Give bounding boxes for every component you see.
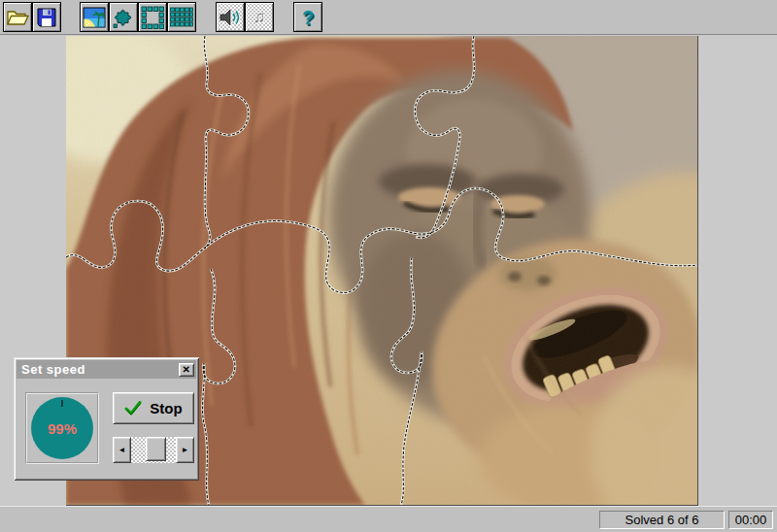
scrollbar-track[interactable]	[131, 437, 176, 463]
hollow-grid-icon	[141, 6, 164, 29]
speed-scrollbar: ◄ ►	[113, 437, 194, 463]
gauge-tick	[61, 400, 63, 407]
close-icon: ✕	[183, 360, 191, 379]
scroll-right-button[interactable]: ►	[176, 437, 194, 463]
music-note-icon: ♫	[253, 9, 266, 25]
toolbar: ♫ ?	[0, 0, 777, 35]
puzzle-piece-icon	[112, 6, 135, 29]
music-toggle-button[interactable]: ♫	[245, 2, 274, 32]
speed-gauge-panel: 99%	[25, 392, 99, 464]
question-mark-icon: ?	[302, 8, 314, 27]
help-button[interactable]: ?	[293, 2, 322, 32]
scrollbar-thumb[interactable]	[146, 437, 166, 461]
solved-text: Solved 6 of 6	[625, 513, 699, 527]
hollow-grid-button[interactable]	[138, 2, 167, 32]
dialog-title: Set speed	[21, 362, 85, 377]
set-speed-dialog: Set speed ✕ 99% Stop ◄ ►	[14, 357, 199, 481]
timer-status: 00:00	[728, 511, 773, 529]
filled-grid-button[interactable]	[167, 2, 196, 32]
scroll-left-button[interactable]: ◄	[113, 437, 131, 463]
check-icon	[124, 401, 142, 416]
arrow-right-icon: ►	[182, 446, 189, 454]
puzzle-button[interactable]	[109, 2, 138, 32]
sound-toggle-button[interactable]	[216, 2, 245, 32]
save-floppy-icon	[36, 7, 57, 28]
arrow-left-icon: ◄	[118, 446, 126, 454]
speaker-icon	[219, 6, 242, 29]
solved-status: Solved 6 of 6	[599, 511, 725, 529]
open-folder-icon	[6, 7, 29, 28]
filled-grid-icon	[170, 6, 193, 29]
stop-button[interactable]: Stop	[113, 392, 194, 424]
speed-gauge: 99%	[31, 397, 93, 459]
close-button[interactable]: ✕	[179, 363, 194, 377]
statusbar: Solved 6 of 6 00:00	[0, 506, 777, 532]
speed-percent: 99%	[48, 420, 77, 437]
picture-icon	[83, 7, 106, 28]
save-button[interactable]	[32, 2, 61, 32]
picture-button[interactable]	[80, 2, 109, 32]
stop-label: Stop	[150, 400, 182, 416]
timer-text: 00:00	[735, 513, 767, 527]
dialog-titlebar[interactable]: Set speed ✕	[17, 360, 196, 379]
open-button[interactable]	[3, 2, 32, 32]
